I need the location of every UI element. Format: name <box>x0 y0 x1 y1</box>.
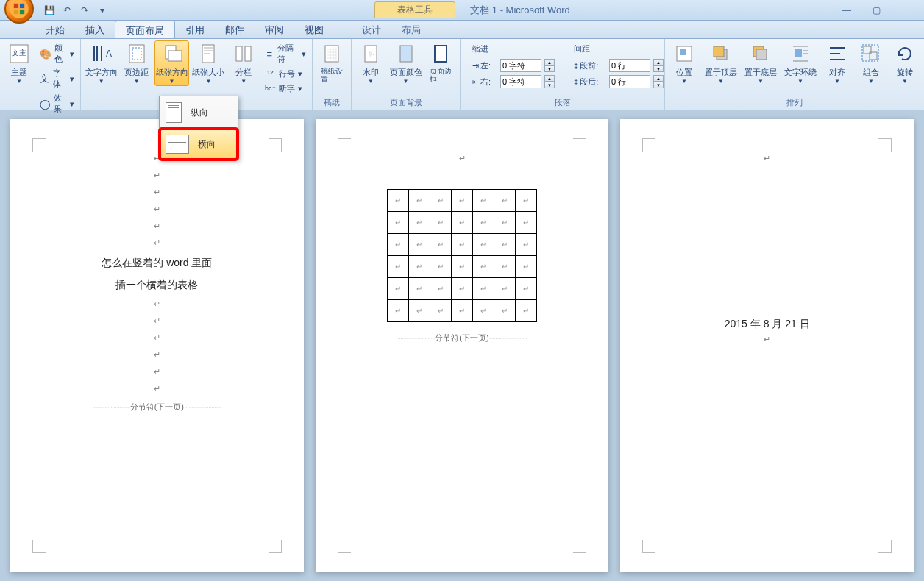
group-themes: 文主 主题 ▼ 🎨颜色 ▾ 文字体 ▾ ◯效果 ▾ 主题 <box>0 39 81 110</box>
text-direction-button[interactable]: A 文字方向 ▼ <box>84 40 119 86</box>
office-button[interactable] <box>4 0 34 24</box>
redo-icon[interactable]: ↷ <box>78 4 91 17</box>
margins-button[interactable]: 页边距 ▼ <box>121 40 153 86</box>
crop-mark <box>642 138 655 152</box>
chevron-down-icon: ▼ <box>134 78 140 85</box>
hyphenation-button[interactable]: bc⁻断字 ▾ <box>263 82 308 95</box>
spacing-after-spinner[interactable]: ▲▼ <box>653 75 664 88</box>
word-table[interactable]: ↵↵↵↵↵↵↵ ↵↵↵↵↵↵↵ ↵↵↵↵↵↵↵ ↵↵↵↵↵↵↵ ↵↵↵↵↵↵↵ … <box>387 189 538 322</box>
size-icon <box>196 42 220 65</box>
chevron-down-icon: ▼ <box>16 78 22 85</box>
tab-layout[interactable]: 布局 <box>391 21 431 38</box>
paragraph-mark: ↵ <box>60 184 254 201</box>
portrait-icon <box>166 102 182 123</box>
svg-rect-25 <box>756 49 767 60</box>
crop-mark <box>573 540 586 553</box>
chevron-down-icon: ▼ <box>834 78 840 85</box>
tab-review[interactable]: 审阅 <box>255 21 294 38</box>
orientation-portrait-item[interactable]: 纵向 <box>160 96 238 129</box>
line-numbers-button[interactable]: ¹²行号 ▾ <box>263 67 308 80</box>
chevron-down-icon: ▼ <box>368 78 374 85</box>
crop-mark <box>32 540 46 553</box>
document-area[interactable]: ↵ ↵ ↵ ↵ ↵ ↵ 怎么在竖着的 word 里面 插一个横着的表格 ↵ ↵ … <box>0 110 924 581</box>
spacing-after-label: ‡段后: <box>574 76 606 88</box>
spacing-before-spinner[interactable]: ▲▼ <box>653 59 664 72</box>
group-button[interactable]: 组合 ▼ <box>855 40 887 86</box>
themes-button[interactable]: 文主 主题 ▼ <box>3 40 35 86</box>
orientation-button[interactable]: 纸张方向 ▼ <box>154 40 190 86</box>
tab-page-layout[interactable]: 页面布局 <box>115 21 175 38</box>
maximize-button[interactable]: ▢ <box>865 4 887 16</box>
svg-rect-13 <box>236 46 242 61</box>
page-2[interactable]: ↵ ↵↵↵↵↵↵↵ ↵↵↵↵↵↵↵ ↵↵↵↵↵↵↵ ↵↵↵↵↵↵↵ ↵↵↵↵↵↵… <box>316 119 609 572</box>
align-button[interactable]: 对齐 ▼ <box>821 40 853 86</box>
spacing-before-label: ‡段前: <box>574 60 606 71</box>
spacing-before-input[interactable] <box>609 59 650 72</box>
indent-left-label: ⇥左: <box>472 60 497 71</box>
page-3[interactable]: ↵ 2015 年 8 月 21 日 ↵ <box>620 119 914 572</box>
hyphenation-icon: bc⁻ <box>264 82 276 94</box>
columns-button[interactable]: 分栏 ▼ <box>227 40 260 86</box>
crop-mark <box>878 540 892 553</box>
tab-view[interactable]: 视图 <box>294 21 334 38</box>
page-color-button[interactable]: 页面颜色 ▼ <box>388 40 423 86</box>
paragraph-mark: ↵ <box>60 167 254 184</box>
chevron-down-icon: ▼ <box>718 78 724 85</box>
paragraph-mark: ↵ <box>670 150 864 167</box>
theme-colors-button[interactable]: 🎨颜色 ▾ <box>38 42 76 65</box>
minimize-button[interactable]: — <box>836 4 858 16</box>
theme-effects-button[interactable]: ◯效果 ▾ <box>38 92 76 115</box>
chevron-down-icon: ▼ <box>241 78 246 85</box>
tab-design[interactable]: 设计 <box>352 21 391 38</box>
watermark-button[interactable]: A 水印 ▼ <box>355 40 387 86</box>
paragraph-mark: ↵ <box>60 329 254 346</box>
crop-mark <box>573 138 586 152</box>
send-back-button[interactable]: 置于底层 ▼ <box>742 40 780 86</box>
page-1[interactable]: ↵ ↵ ↵ ↵ ↵ ↵ 怎么在竖着的 word 里面 插一个横着的表格 ↵ ↵ … <box>10 119 304 572</box>
indent-right-spinner[interactable]: ▲▼ <box>544 75 555 88</box>
paragraph-mark: ↵ <box>60 346 254 363</box>
paper-settings-button[interactable]: 稿纸设置 <box>316 40 348 85</box>
spacing-after-input[interactable] <box>609 75 650 88</box>
indent-left-input[interactable] <box>500 59 541 72</box>
paragraph-mark: ↵ <box>60 296 254 313</box>
align-icon <box>825 42 849 65</box>
crop-mark <box>338 138 351 152</box>
theme-fonts-button[interactable]: 文字体 ▾ <box>38 67 76 90</box>
indent-left-spinner[interactable]: ▲▼ <box>544 59 555 72</box>
indent-right-input[interactable] <box>500 75 541 88</box>
indent-right-icon: ⇤ <box>472 77 479 87</box>
spacing-before-icon: ‡ <box>574 61 578 70</box>
undo-icon[interactable]: ↶ <box>60 4 74 17</box>
columns-icon <box>232 42 255 65</box>
rotate-button[interactable]: 旋转 ▼ <box>889 40 921 86</box>
crop-mark <box>32 138 46 152</box>
svg-rect-18 <box>400 46 412 62</box>
breaks-button[interactable]: ≡分隔符 ▾ <box>263 42 308 65</box>
page-borders-button[interactable]: 页面边框 <box>424 40 457 85</box>
qat-dropdown-icon[interactable]: ▾ <box>96 4 109 17</box>
paragraph-mark: ↵ <box>60 218 254 235</box>
context-tabs: 设计 布局 <box>352 21 431 38</box>
svg-rect-14 <box>245 46 251 61</box>
svg-rect-4 <box>20 9 24 13</box>
bring-front-button[interactable]: 置于顶层 ▼ <box>702 40 740 86</box>
tab-references[interactable]: 引用 <box>175 21 215 38</box>
chevron-down-icon: ▼ <box>403 78 409 85</box>
group-label-paragraph: 段落 <box>463 96 661 110</box>
crop-mark <box>878 138 892 152</box>
page-borders-icon <box>429 42 452 65</box>
group-page-background: A 水印 ▼ 页面颜色 ▼ 页面边框 页面背景 <box>352 39 461 110</box>
tab-home[interactable]: 开始 <box>35 21 75 38</box>
group-label-paper: 稿纸 <box>316 96 348 110</box>
title-bar: 💾 ↶ ↷ ▾ 表格工具 文档 1 - Microsoft Word — ▢ × <box>0 0 924 21</box>
position-button[interactable]: 位置 ▼ <box>668 40 700 86</box>
text-wrap-button[interactable]: 文字环绕 ▼ <box>781 40 820 86</box>
save-icon[interactable]: 💾 <box>43 4 56 17</box>
paragraph-mark: ↵ <box>60 235 254 252</box>
tab-insert[interactable]: 插入 <box>75 21 115 38</box>
size-button[interactable]: 纸张大小 ▼ <box>191 40 226 86</box>
orientation-landscape-item[interactable]: 横向 <box>160 129 238 160</box>
group-arrange: 位置 ▼ 置于顶层 ▼ 置于底层 ▼ 文字环绕 ▼ 对齐 ▼ <box>665 39 924 110</box>
tab-mailings[interactable]: 邮件 <box>215 21 255 38</box>
